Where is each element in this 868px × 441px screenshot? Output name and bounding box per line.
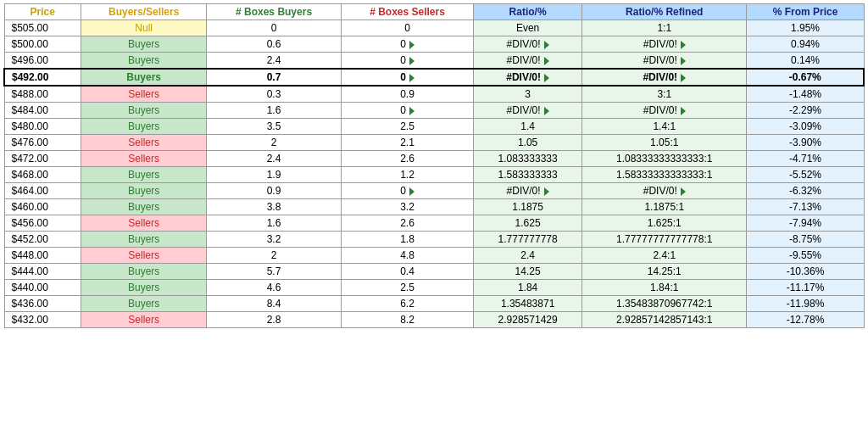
cell-from-price-8: -4.71% [747, 151, 864, 167]
cell-ratio-refined-7: 1.05:1 [582, 135, 747, 151]
cell-from-price-5: -2.29% [747, 103, 864, 119]
cell-boxes-sellers-14: 4.8 [341, 248, 473, 264]
cell-bs-16: Buyers [81, 280, 207, 296]
cell-ratio-2: #DIV/0! [474, 53, 582, 70]
cell-price-1: $500.00 [4, 36, 81, 53]
cell-from-price-11: -7.13% [747, 199, 864, 215]
cell-boxes-sellers-1: 0 [341, 36, 473, 53]
cell-from-price-3: -0.67% [747, 69, 864, 86]
cell-price-2: $496.00 [4, 53, 81, 70]
flag-ratio-icon-3 [544, 74, 549, 82]
cell-boxes-sellers-9: 1.2 [341, 167, 473, 183]
cell-boxes-buyers-17: 8.4 [207, 296, 341, 312]
col-header-buyers-sellers: Buyers/Sellers [81, 4, 207, 20]
cell-ratio-refined-2: #DIV/0! [582, 53, 747, 70]
cell-ratio-refined-18: 2.92857142857143:1 [582, 312, 747, 328]
cell-price-13: $452.00 [4, 232, 81, 248]
cell-ratio-10: #DIV/0! [474, 183, 582, 199]
cell-boxes-buyers-4: 0.3 [207, 86, 341, 103]
cell-from-price-13: -8.75% [747, 232, 864, 248]
cell-boxes-buyers-5: 1.6 [207, 103, 341, 119]
cell-price-4: $488.00 [4, 86, 81, 103]
cell-price-9: $468.00 [4, 167, 81, 183]
cell-boxes-buyers-0: 0 [207, 20, 341, 36]
cell-bs-14: Sellers [81, 248, 207, 264]
cell-ratio-15: 14.25 [474, 264, 582, 280]
flag-rr-icon-3 [681, 74, 686, 82]
cell-ratio-12: 1.625 [474, 215, 582, 232]
cell-boxes-sellers-15: 0.4 [341, 264, 473, 280]
flag-ratio-icon-1 [544, 41, 549, 49]
cell-boxes-sellers-13: 1.8 [341, 232, 473, 248]
cell-boxes-buyers-13: 3.2 [207, 232, 341, 248]
cell-ratio-refined-1: #DIV/0! [582, 36, 747, 53]
cell-boxes-sellers-12: 2.6 [341, 215, 473, 232]
cell-from-price-16: -11.17% [747, 280, 864, 296]
cell-boxes-sellers-0: 0 [341, 20, 473, 36]
cell-ratio-4: 3 [474, 86, 582, 103]
cell-ratio-refined-0: 1:1 [582, 20, 747, 36]
cell-ratio-0: Even [474, 20, 582, 36]
col-header-ratio: Ratio/% [474, 4, 582, 20]
cell-from-price-14: -9.55% [747, 248, 864, 264]
cell-boxes-sellers-10: 0 [341, 183, 473, 199]
cell-from-price-0: 1.95% [747, 20, 864, 36]
cell-price-7: $476.00 [4, 135, 81, 151]
cell-boxes-buyers-6: 3.5 [207, 119, 341, 135]
cell-ratio-6: 1.4 [474, 119, 582, 135]
cell-boxes-buyers-11: 3.8 [207, 199, 341, 215]
cell-bs-4: Sellers [81, 86, 207, 103]
cell-ratio-13: 1.777777778 [474, 232, 582, 248]
cell-bs-17: Buyers [81, 296, 207, 312]
cell-ratio-refined-15: 14.25:1 [582, 264, 747, 280]
cell-boxes-sellers-4: 0.9 [341, 86, 473, 103]
cell-from-price-6: -3.09% [747, 119, 864, 135]
cell-ratio-16: 1.84 [474, 280, 582, 296]
cell-boxes-sellers-7: 2.1 [341, 135, 473, 151]
cell-ratio-refined-5: #DIV/0! [582, 103, 747, 119]
flag-rr-icon-2 [681, 57, 686, 65]
cell-from-price-15: -10.36% [747, 264, 864, 280]
cell-boxes-buyers-3: 0.7 [207, 69, 341, 86]
cell-price-15: $444.00 [4, 264, 81, 280]
cell-from-price-17: -11.98% [747, 296, 864, 312]
flag-icon-5 [409, 107, 415, 115]
flag-rr-icon-1 [681, 41, 686, 49]
cell-boxes-buyers-2: 2.4 [207, 53, 341, 70]
cell-from-price-10: -6.32% [747, 183, 864, 199]
cell-bs-13: Buyers [81, 232, 207, 248]
cell-price-8: $472.00 [4, 151, 81, 167]
cell-bs-3: Buyers [81, 69, 207, 86]
cell-ratio-refined-14: 2.4:1 [582, 248, 747, 264]
cell-from-price-2: 0.14% [747, 53, 864, 70]
cell-ratio-8: 1.083333333 [474, 151, 582, 167]
cell-ratio-refined-12: 1.625:1 [582, 215, 747, 232]
cell-from-price-1: 0.94% [747, 36, 864, 53]
cell-bs-6: Buyers [81, 119, 207, 135]
cell-boxes-sellers-11: 3.2 [341, 199, 473, 215]
cell-ratio-11: 1.1875 [474, 199, 582, 215]
cell-ratio-1: #DIV/0! [474, 36, 582, 53]
cell-boxes-sellers-2: 0 [341, 53, 473, 70]
cell-ratio-9: 1.583333333 [474, 167, 582, 183]
flag-icon-1 [409, 41, 415, 49]
col-header-from-price: % From Price [747, 4, 864, 20]
cell-boxes-buyers-18: 2.8 [207, 312, 341, 328]
cell-boxes-buyers-12: 1.6 [207, 215, 341, 232]
cell-ratio-refined-9: 1.58333333333333:1 [582, 167, 747, 183]
cell-boxes-buyers-7: 2 [207, 135, 341, 151]
cell-ratio-14: 2.4 [474, 248, 582, 264]
cell-bs-5: Buyers [81, 103, 207, 119]
cell-boxes-sellers-8: 2.6 [341, 151, 473, 167]
cell-ratio-refined-17: 1.35483870967742:1 [582, 296, 747, 312]
cell-from-price-12: -7.94% [747, 215, 864, 232]
col-header-boxes-sellers: # Boxes Sellers [341, 4, 473, 20]
cell-bs-2: Buyers [81, 53, 207, 70]
cell-price-0: $505.00 [4, 20, 81, 36]
cell-price-11: $460.00 [4, 199, 81, 215]
cell-bs-11: Buyers [81, 199, 207, 215]
cell-ratio-refined-13: 1.77777777777778:1 [582, 232, 747, 248]
cell-ratio-7: 1.05 [474, 135, 582, 151]
flag-rr-icon-10 [681, 187, 686, 196]
cell-ratio-refined-11: 1.1875:1 [582, 199, 747, 215]
